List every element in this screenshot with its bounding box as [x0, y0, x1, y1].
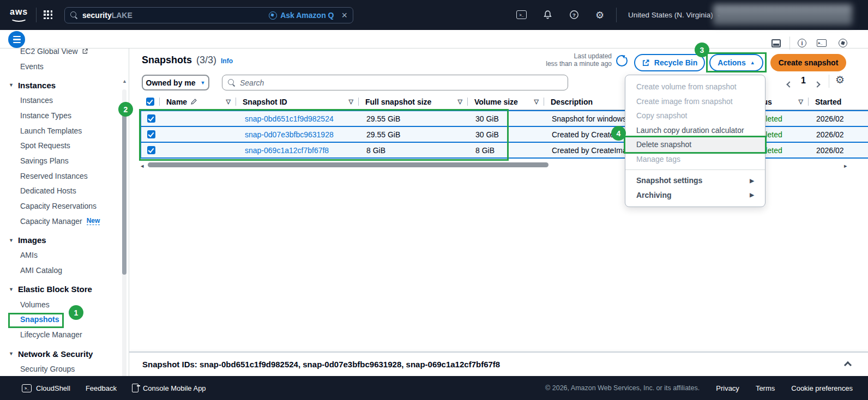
menu-item-archiving[interactable]: Archiving▶	[625, 188, 765, 203]
sidebar-item-volumes[interactable]: Volumes	[0, 297, 129, 312]
cell-snapshot-id[interactable]: snap-0bd651c1f9d982524	[237, 111, 360, 126]
ownership-filter-select[interactable]: Owned by me ▼	[142, 75, 209, 90]
menu-item-label: Create volume from snapshot	[636, 82, 737, 91]
menu-item-delete-snapshot[interactable]: Delete snapshot	[625, 137, 765, 152]
aws-logo[interactable]: aws	[10, 7, 28, 17]
cell-snapshot-id[interactable]: snap-069c1a12cf7bf67f8	[237, 143, 360, 157]
footer-console-mobile-app[interactable]: Console Mobile App	[132, 384, 206, 392]
chevron-up-icon: ▲	[750, 60, 755, 65]
footer-cookie-preferences-link[interactable]: Cookie preferences	[791, 384, 853, 392]
sidebar-section-elastic-block-store[interactable]: ▼Elastic Block Store	[0, 282, 129, 297]
settings-gear-icon[interactable]: ⚙	[595, 9, 604, 21]
row-checkbox[interactable]	[147, 130, 155, 138]
row-checkbox-cell	[141, 127, 161, 142]
new-badge: New	[87, 217, 100, 225]
unified-search-bar[interactable]: security LAKE Ask Amazon Q ×	[64, 7, 353, 23]
chevron-down-icon: ▼	[201, 80, 206, 86]
close-icon[interactable]: ×	[341, 10, 347, 21]
sidebar-scrollbar-thumb[interactable]	[122, 106, 126, 275]
row-checkbox[interactable]	[147, 146, 155, 154]
pagination-next-button[interactable]	[815, 79, 819, 89]
sidebar-item-instances[interactable]: Instances	[0, 93, 129, 108]
filter-icon[interactable]: ▽	[458, 98, 462, 105]
menu-item-label: Archiving	[636, 191, 672, 199]
sidebar-scroll-up-icon[interactable]: ▲	[122, 78, 127, 84]
sidebar-item-spot-requests[interactable]: Spot Requests	[0, 138, 129, 153]
footer-feedback[interactable]: Feedback	[86, 384, 117, 392]
footer-cloudshell[interactable]: >_ CloudShell	[22, 384, 70, 392]
help-icon[interactable]: ?	[569, 10, 579, 20]
sidebar-section-instances[interactable]: ▼Instances	[0, 77, 129, 93]
submenu-arrow-icon: ▶	[750, 178, 754, 184]
sidebar-item-security-groups[interactable]: Security Groups	[0, 361, 129, 376]
table-search-box[interactable]	[222, 75, 568, 90]
footer-privacy-link[interactable]: Privacy	[716, 384, 739, 392]
sidebar-item-capacity-manager[interactable]: Capacity ManagerNew	[0, 214, 129, 229]
sidebar-item-lifecycle-manager[interactable]: Lifecycle Manager	[0, 327, 129, 342]
sidebar-item-ec2-global-view[interactable]: EC2 Global View	[0, 48, 129, 59]
sidebar-item-ami-catalog[interactable]: AMI Catalog	[0, 263, 129, 278]
ask-amazon-q-button[interactable]: Ask Amazon Q	[280, 11, 334, 20]
horizontal-scrollbar[interactable]	[148, 162, 548, 167]
section-collapse-icon: ▼	[9, 238, 14, 243]
sidebar-item-savings-plans[interactable]: Savings Plans	[0, 153, 129, 168]
amazon-q-panel-icon[interactable]	[839, 39, 847, 47]
recycle-bin-button[interactable]: Recycle Bin	[634, 54, 705, 71]
sidebar-item-launch-templates[interactable]: Launch Templates	[0, 123, 129, 138]
menu-item-launch-copy-duration-calculator[interactable]: Launch copy duration calculator	[625, 123, 765, 138]
filter-icon[interactable]: ▽	[226, 98, 231, 105]
edit-pencil-icon[interactable]	[190, 98, 197, 105]
cell-started: 2026/02	[810, 143, 868, 157]
filter-icon[interactable]: ▽	[534, 98, 539, 105]
info-panel-icon[interactable]: i	[798, 39, 806, 47]
info-link[interactable]: Info	[221, 57, 233, 65]
svg-text:?: ?	[572, 12, 576, 18]
sidebar-item-label: Spot Requests	[20, 141, 70, 150]
sidebar-section-network-security[interactable]: ▼Network & Security	[0, 346, 129, 361]
account-name-blurred[interactable]	[713, 4, 852, 25]
sidebar-item-label: Savings Plans	[20, 156, 69, 165]
refresh-button[interactable]	[616, 55, 628, 66]
filter-icon[interactable]: ▽	[799, 98, 803, 105]
footer-terms-link[interactable]: Terms	[756, 384, 775, 392]
row-checkbox-cell	[141, 143, 161, 157]
hscroll-left-arrow[interactable]: ◂	[141, 162, 144, 169]
sidebar-item-label: Instance Types	[20, 111, 71, 120]
row-checkbox[interactable]	[147, 114, 155, 123]
pagination-page-number[interactable]: 1	[801, 76, 806, 86]
cell-snapshot-id[interactable]: snap-0d07e3bfbc9631928	[237, 127, 360, 142]
menu-item-snapshot-settings[interactable]: Snapshot settings▶	[625, 173, 765, 188]
create-snapshot-button[interactable]: Create snapshot	[770, 54, 846, 71]
sidebar-section-images[interactable]: ▼Images	[0, 233, 129, 248]
cell-name	[161, 111, 237, 126]
sidebar-item-instance-types[interactable]: Instance Types	[0, 108, 129, 123]
sidebar-item-dedicated-hosts[interactable]: Dedicated Hosts	[0, 184, 129, 199]
notifications-bell-icon[interactable]	[543, 10, 552, 20]
actions-button[interactable]: Actions ▲	[709, 54, 763, 71]
sidebar-item-amis[interactable]: AMIs	[0, 248, 129, 263]
cloudshell-icon[interactable]: >_	[516, 10, 527, 19]
sidebar-item-capacity-reservations[interactable]: Capacity Reservations	[0, 198, 129, 214]
pagination-previous-button[interactable]	[787, 79, 792, 89]
split-panel-layout-icon[interactable]	[771, 39, 781, 47]
table-search-input[interactable]	[240, 78, 562, 87]
hscroll-right-arrow[interactable]: ▸	[844, 162, 847, 169]
sidebar-item-snapshots[interactable]: Snapshots	[0, 312, 129, 328]
region-selector[interactable]: United States (N. Virginia)▼	[628, 11, 721, 19]
top-navigation-bar: aws security LAKE Ask Amazon Q × >_ ? ⚙ …	[0, 0, 868, 30]
select-all-checkbox[interactable]	[146, 98, 154, 106]
split-panel-title: Snapshot IDs: snap-0bd651c1f9d982524, sn…	[142, 360, 500, 369]
section-collapse-icon: ▼	[9, 287, 14, 292]
sidebar-item-events[interactable]: Events	[0, 59, 129, 74]
console-toolbar-icon[interactable]: ▸_	[817, 39, 827, 47]
services-grid-icon[interactable]	[44, 10, 53, 20]
sidebar-section-label: Instances	[18, 81, 56, 90]
table-preferences-gear-icon[interactable]: ⚙	[835, 74, 845, 86]
sidebar-toggle-button[interactable]	[8, 31, 25, 48]
cell-volume-size: 30 GiB	[469, 127, 545, 142]
sidebar-item-label: Instances	[20, 96, 53, 105]
sidebar-item-reserved-instances[interactable]: Reserved Instances	[0, 168, 129, 184]
cell-started: 2026/02	[810, 127, 868, 142]
split-panel-collapse-icon[interactable]	[844, 361, 852, 369]
filter-icon[interactable]: ▽	[349, 98, 353, 105]
